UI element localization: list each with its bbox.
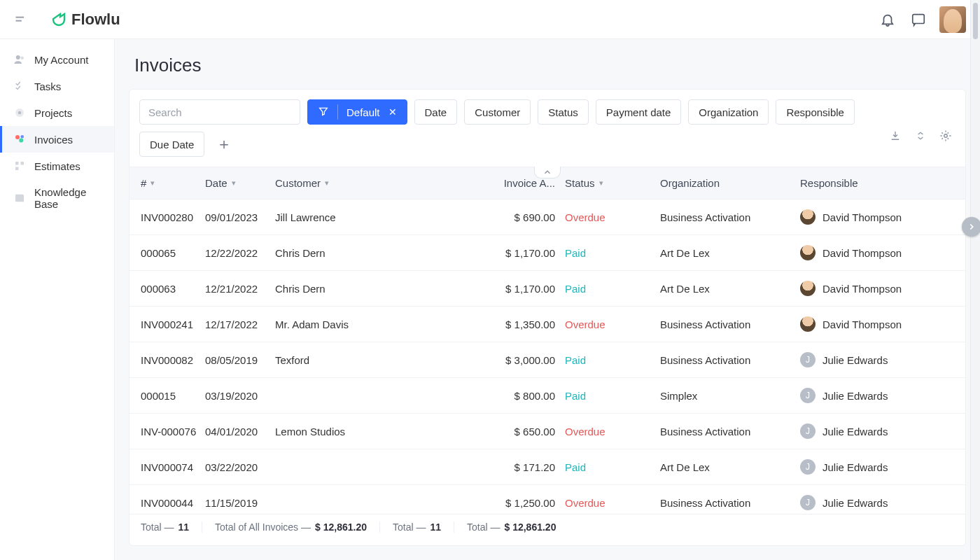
cell-responsible: David Thompson [800, 209, 954, 225]
table-row[interactable]: INV00024112/17/2022Mr. Adam Davis$ 1,350… [130, 307, 965, 342]
messages-icon[interactable] [906, 7, 931, 32]
avatar [800, 316, 816, 332]
cell-number: 000065 [141, 245, 205, 260]
cell-date: 08/05/2019 [205, 352, 275, 368]
column-amount[interactable]: Invoice A... [478, 177, 555, 189]
cell-status: Overdue [555, 495, 660, 510]
table-row[interactable]: 00006312/21/2022Chris Dern$ 1,170.00Paid… [130, 271, 965, 307]
column-date[interactable]: Date▾ [205, 177, 275, 189]
column-responsible[interactable]: Responsible [800, 177, 954, 189]
column-customer[interactable]: Customer▾ [275, 177, 478, 189]
column-status[interactable]: Status▾ [555, 177, 660, 189]
avatar: J [800, 459, 816, 475]
svg-point-6 [18, 111, 22, 115]
close-icon[interactable]: ✕ [388, 106, 397, 118]
cell-amount: $ 800.00 [478, 388, 555, 403]
cell-status: Paid [555, 352, 660, 368]
cell-organization: Business Activation [660, 352, 800, 368]
logo-mark-icon [50, 11, 67, 28]
avatar [800, 209, 816, 225]
cell-responsible: David Thompson [800, 245, 954, 260]
svg-rect-2 [913, 14, 925, 23]
cell-customer [275, 495, 478, 510]
cell-customer: Lemon Studios [275, 424, 478, 439]
filter-default-label: Default [346, 106, 380, 118]
app-logo[interactable]: Flowlu [50, 10, 120, 29]
table-row[interactable]: INV00004411/15/2019$ 1,250.00OverdueBusi… [130, 485, 965, 514]
collapse-all-icon[interactable] [913, 129, 927, 143]
cell-status: Overdue [555, 424, 660, 439]
cell-amount: $ 3,000.00 [478, 352, 555, 368]
user-avatar[interactable] [939, 6, 966, 33]
cell-date: 04/01/2020 [205, 424, 275, 439]
cell-organization: Art De Lex [660, 281, 800, 296]
add-filter-button[interactable]: ＋ [214, 134, 234, 154]
chevron-down-icon: ▾ [325, 178, 329, 188]
sidebar-item-projects[interactable]: Projects [0, 99, 114, 126]
cell-organization: Business Activation [660, 316, 800, 332]
sidebar-item-estimates[interactable]: Estimates [0, 153, 114, 179]
svg-point-4 [21, 57, 24, 60]
collapse-handle[interactable] [534, 167, 561, 178]
table-row[interactable]: 00006512/22/2022Chris Dern$ 1,170.00Paid… [130, 235, 965, 271]
table-row[interactable]: INV00028009/01/2023Jill Lawrence$ 690.00… [130, 200, 965, 235]
projects-icon [13, 106, 26, 119]
download-icon[interactable] [888, 129, 902, 143]
table-row[interactable]: INV00007403/22/2020$ 171.20PaidArt De Le… [130, 449, 965, 485]
column-number[interactable]: #▾ [141, 177, 205, 189]
filter-chip-status[interactable]: Status [538, 99, 589, 125]
table-body: INV00028009/01/2023Jill Lawrence$ 690.00… [130, 200, 965, 514]
filter-chip-date[interactable]: Date [414, 99, 458, 125]
cell-customer [275, 388, 478, 403]
search-input[interactable] [139, 99, 300, 125]
next-page-button[interactable] [962, 217, 980, 237]
invoices-icon [13, 133, 26, 146]
cell-date: 09/01/2023 [205, 209, 275, 225]
avatar: J [800, 352, 816, 368]
cell-number: 000063 [141, 281, 205, 296]
cell-organization: Business Activation [660, 495, 800, 510]
cell-number: INV000241 [141, 316, 205, 332]
cell-amount: $ 171.20 [478, 459, 555, 475]
filter-default-chip[interactable]: Default ✕ [307, 99, 407, 125]
filter-icon [318, 106, 329, 119]
table-row[interactable]: INV-00007604/01/2020Lemon Studios$ 650.0… [130, 414, 965, 449]
cell-customer: Texford [275, 352, 478, 368]
table-row[interactable]: INV00008208/05/2019Texford$ 3,000.00Paid… [130, 342, 965, 378]
cell-amount: $ 1,170.00 [478, 245, 555, 260]
cell-status: Paid [555, 388, 660, 403]
cell-amount: $ 690.00 [478, 209, 555, 225]
filter-chip-payment-date[interactable]: Payment date [596, 99, 682, 125]
notifications-icon[interactable] [875, 7, 900, 32]
cell-amount: $ 650.00 [478, 424, 555, 439]
svg-rect-12 [15, 167, 19, 171]
table-row[interactable]: 00001503/19/2020$ 800.00PaidSimplexJJuli… [130, 378, 965, 414]
column-organization[interactable]: Organization [660, 177, 800, 189]
sidebar-item-label: Estimates [34, 160, 80, 172]
avatar: J [800, 495, 816, 510]
cell-status: Overdue [555, 209, 660, 225]
cell-customer [275, 459, 478, 475]
sidebar-item-invoices[interactable]: Invoices [0, 126, 114, 153]
avatar [800, 245, 816, 260]
filter-chip-responsible[interactable]: Responsible [776, 99, 855, 125]
page-scrollbar[interactable] [970, 0, 980, 560]
gear-icon[interactable] [939, 129, 953, 143]
cell-responsible: David Thompson [800, 281, 954, 296]
cell-amount: $ 1,350.00 [478, 316, 555, 332]
svg-point-9 [21, 135, 24, 139]
sidebar-item-knowledge-base[interactable]: Knowledge Base [0, 179, 114, 217]
cell-date: 12/21/2022 [205, 281, 275, 296]
tasks-icon [13, 80, 26, 92]
sidebar-item-label: Projects [34, 107, 72, 119]
sidebar-item-tasks[interactable]: Tasks [0, 73, 114, 99]
filter-chip-due-date[interactable]: Due Date [139, 132, 204, 157]
filter-chip-organization[interactable]: Organization [688, 99, 769, 125]
filter-chip-customer[interactable]: Customer [464, 99, 531, 125]
cell-responsible: JJulie Edwards [800, 388, 954, 403]
sidebar-item-my-account[interactable]: My Account [0, 46, 114, 73]
menu-toggle-icon[interactable] [13, 11, 29, 28]
svg-rect-10 [15, 162, 19, 165]
cell-responsible: David Thompson [800, 316, 954, 332]
svg-point-3 [16, 55, 20, 59]
